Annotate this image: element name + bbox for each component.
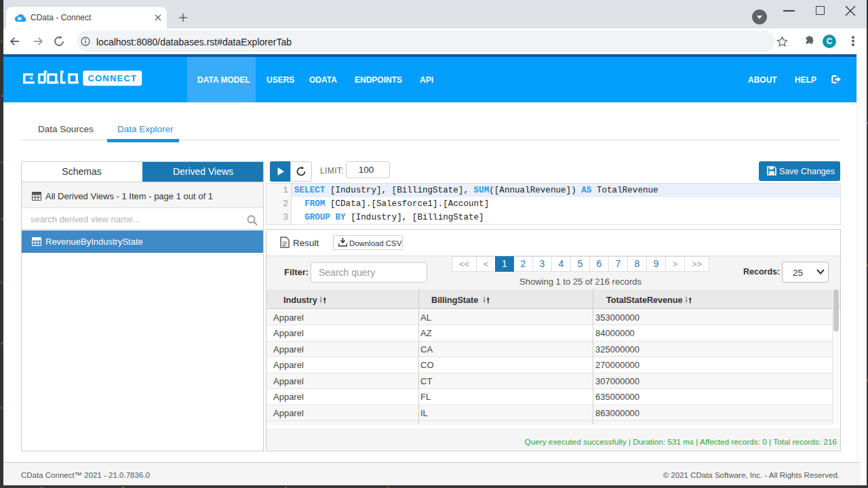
svg-text:CONNECT: CONNECT xyxy=(87,73,137,83)
